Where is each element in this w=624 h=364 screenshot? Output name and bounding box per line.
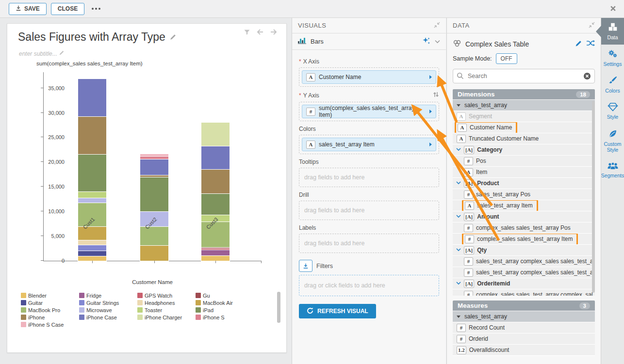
colors-dropzone[interactable]: A sales_test_array Item (299, 135, 439, 154)
dimensions-header[interactable]: Dimensions 18 (453, 89, 595, 99)
field-group-row[interactable]: sales_test_array (453, 100, 595, 111)
sample-mode-toggle[interactable]: OFF (496, 53, 517, 64)
field-row[interactable]: #complex_sales sales_test_array Pos (453, 222, 595, 233)
save-button[interactable]: SAVE (9, 3, 47, 15)
field-row[interactable]: #complex_sales sales_test_array Item (453, 234, 595, 244)
bar-segment[interactable] (140, 157, 168, 159)
legend-item[interactable]: Headphones (137, 299, 196, 306)
bar-segment[interactable] (78, 192, 106, 197)
field-row[interactable]: [A]Amount (453, 211, 595, 222)
bar-segment[interactable] (78, 198, 106, 203)
field-row[interactable]: #complex_sales sales_test_array complex_… (453, 289, 595, 296)
field-menu-arrow-icon[interactable] (429, 110, 432, 113)
bar-segment[interactable] (140, 177, 168, 211)
labels-dropzone[interactable]: drag fields to add here (299, 234, 439, 253)
filter-icon[interactable] (244, 29, 250, 37)
legend-item[interactable]: iPhone (21, 314, 79, 321)
legend-item[interactable]: Fridge (79, 292, 137, 299)
measures-header[interactable]: Measures 3 (453, 301, 595, 311)
collapse-data-icon[interactable] (589, 22, 595, 30)
legend-item[interactable]: iPhone Case (79, 314, 137, 321)
y-axis-dropzone[interactable]: # sum(complex_sales sales_test_array Ite… (299, 102, 439, 121)
legend-item[interactable]: Blender (21, 292, 79, 299)
x-axis-dropzone[interactable]: A Customer Name (299, 67, 439, 87)
chart-subtitle[interactable]: enter subtitle... (19, 50, 65, 57)
legend-item[interactable]: Toaster (137, 306, 196, 314)
bar-segment[interactable] (78, 245, 106, 251)
field-row[interactable]: [A]Category (453, 144, 595, 155)
field-row[interactable]: #sales_test_array complex_sales sales_te… (453, 267, 595, 278)
bar-segment[interactable] (201, 123, 230, 146)
bar-segment[interactable] (201, 249, 230, 250)
bar-segment[interactable] (201, 170, 230, 193)
drill-dropzone[interactable]: drag fields to add here (299, 201, 439, 220)
chevron-down-icon[interactable] (456, 281, 461, 286)
y-axis-field-pill[interactable]: # sum(complex_sales sales_test_array Ite… (302, 105, 436, 118)
sidebar-item-settings[interactable]: Settings (601, 45, 624, 71)
field-row[interactable]: AItem (453, 167, 595, 177)
sidebar-item-custom-style[interactable]: CustomStyle (601, 125, 624, 157)
bar-segment[interactable] (78, 117, 106, 154)
back-arrow-icon[interactable] (256, 29, 264, 37)
search-input[interactable] (453, 69, 595, 83)
chevron-down-icon[interactable] (456, 248, 461, 253)
bar-segment[interactable] (78, 256, 106, 261)
bar-segment[interactable] (201, 146, 230, 169)
legend-item[interactable]: iPhone S Case (21, 321, 79, 328)
legend-item[interactable]: GPS Watch (137, 292, 196, 299)
forward-arrow-icon[interactable] (270, 29, 278, 37)
field-menu-arrow-icon[interactable] (429, 75, 432, 79)
close-button[interactable]: CLOSE (51, 3, 84, 15)
legend-item[interactable]: Gu (196, 292, 254, 299)
bar-segment[interactable] (140, 175, 168, 177)
chevron-down-icon[interactable] (456, 214, 461, 219)
bar-segment[interactable] (201, 250, 230, 255)
field-menu-arrow-icon[interactable] (429, 142, 432, 146)
field-row[interactable]: [A]Qty (453, 245, 595, 255)
chart-type-row[interactable]: Bars (292, 33, 446, 50)
tooltips-dropzone[interactable]: drag fields to add here (299, 168, 439, 187)
legend-item[interactable]: iPhone Charger (137, 314, 196, 321)
sidebar-item-segments[interactable]: Segments (601, 157, 624, 183)
edit-subtitle-icon[interactable] (59, 50, 65, 57)
sidebar-item-style[interactable]: Style (601, 98, 624, 124)
bar-segment[interactable] (201, 256, 230, 261)
filters-dropzone[interactable]: drag or click fields to add here (299, 275, 439, 296)
bar-segment[interactable] (78, 79, 106, 116)
field-row[interactable]: ACustomer Name (453, 122, 595, 133)
legend-item[interactable]: MacBook Pro (21, 306, 79, 314)
bar-segment[interactable] (140, 154, 168, 156)
dimensions-scrollbar[interactable] (592, 101, 595, 293)
refresh-visual-button[interactable]: REFRESH VISUAL (299, 304, 376, 318)
shuffle-dataset-icon[interactable] (586, 40, 595, 48)
x-axis-field-pill[interactable]: A Customer Name (302, 70, 436, 84)
legend-scrollbar[interactable] (277, 292, 280, 323)
legend-item[interactable]: Guitar (21, 299, 79, 306)
sparkle-icon[interactable] (422, 36, 431, 47)
bar-segment[interactable] (140, 246, 168, 261)
field-row[interactable]: #Pos (453, 156, 595, 166)
bar-segment[interactable] (78, 155, 106, 191)
chevron-down-icon[interactable] (456, 147, 461, 152)
field-row[interactable]: #sales_test_array Pos (453, 189, 595, 200)
more-options-icon[interactable] (92, 8, 100, 10)
field-row[interactable]: Asales_test_array Item (453, 200, 595, 211)
bar-segment[interactable] (140, 159, 168, 175)
chevron-down-icon[interactable] (435, 38, 440, 45)
chevron-down-icon[interactable] (456, 181, 461, 186)
legend-item[interactable]: iPhone S (196, 314, 254, 321)
field-row[interactable]: #Orderid (453, 333, 595, 344)
collapse-visuals-icon[interactable] (434, 22, 440, 30)
legend-item[interactable]: iPad (196, 306, 254, 314)
field-row[interactable]: ATruncated Customer Name (453, 133, 595, 144)
sidebar-item-data[interactable]: Data (601, 18, 624, 45)
field-row[interactable]: [A]Orderitemid (453, 278, 595, 289)
sort-icon[interactable] (433, 91, 439, 99)
field-row[interactable]: ASegment (453, 111, 595, 122)
bar-segment[interactable] (201, 248, 230, 249)
field-row[interactable]: 1.2Overalldiscount (453, 345, 595, 355)
legend-item[interactable]: Guitar Strings (79, 299, 137, 306)
bar-segment[interactable] (78, 251, 106, 256)
clear-search-icon[interactable] (583, 72, 591, 82)
sidebar-item-colors[interactable]: Colors (601, 71, 624, 98)
